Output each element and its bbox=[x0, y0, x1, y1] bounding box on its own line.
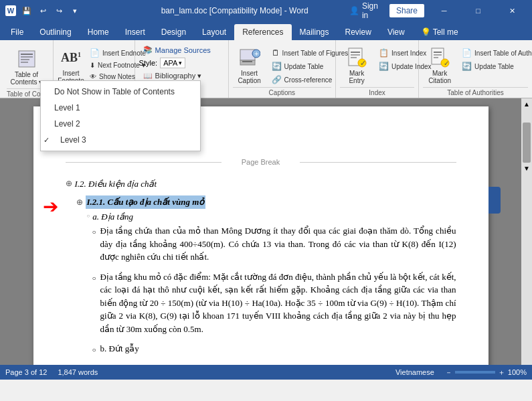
side-tab[interactable] bbox=[489, 187, 501, 214]
captions-body: + Insert Caption 🗒 Insert Table of Figur… bbox=[233, 42, 331, 87]
style-dropdown[interactable]: APA ▾ bbox=[160, 58, 185, 68]
customize-qat-button[interactable]: ▾ bbox=[68, 4, 82, 17]
xref-label: Cross-reference bbox=[284, 76, 333, 84]
zoom-percent: 100% bbox=[508, 368, 527, 376]
endnote-icon: 📄 bbox=[90, 48, 100, 58]
tell-me-icon: 💡 bbox=[421, 27, 431, 37]
scroll-down-button[interactable]: ▼ bbox=[521, 163, 532, 173]
insert-toa-label: Insert Table of Authorities bbox=[474, 50, 532, 57]
tab-design[interactable]: Design bbox=[153, 24, 194, 40]
red-arrow-icon: ➔ bbox=[43, 193, 58, 221]
tab-view[interactable]: View bbox=[379, 24, 413, 40]
scroll-up-button[interactable]: ▲ bbox=[521, 98, 532, 109]
toc-dropdown-menu: Do Not Show in Table of Contents Level 1… bbox=[40, 80, 201, 151]
manage-sources-icon: 📚 bbox=[143, 46, 153, 54]
index-group: ✓ Mark Entry 📋 Insert Index 🔄 Update Ind… bbox=[336, 40, 419, 98]
vertical-scrollbar[interactable]: ▲ ▼ bbox=[521, 98, 532, 365]
titlebar-left: W 💾 ↩ ↪ ▾ bbox=[5, 4, 120, 17]
mark-entry-button[interactable]: ✓ Mark Entry bbox=[340, 44, 373, 87]
zoom-in-icon[interactable]: ＋ bbox=[498, 368, 505, 378]
xref-icon: 🔗 bbox=[272, 75, 282, 84]
update-idx-icon: 🔄 bbox=[379, 62, 389, 71]
page-break: Page Break bbox=[66, 157, 456, 168]
level3-label: Level 3 bbox=[60, 135, 86, 145]
insert-idx-icon: 📋 bbox=[379, 48, 389, 58]
next-fn-icon: ⬇ bbox=[90, 62, 95, 69]
close-button[interactable]: ✕ bbox=[498, 0, 527, 21]
update-toa-icon: 🔄 bbox=[462, 62, 472, 71]
sign-in-button[interactable]: 👤 Sign in bbox=[349, 1, 384, 20]
titlebar: W 💾 ↩ ↪ ▾ ban_lam.doc [Compatibility Mod… bbox=[0, 0, 532, 21]
doc-bullet-list: ○ Địa tầng chứa than của mỏ than Mông Dư… bbox=[92, 224, 456, 358]
page-info: Page 3 of 12 bbox=[5, 368, 47, 376]
tab-outlining[interactable]: Outlining bbox=[31, 24, 79, 40]
manage-sources-label: Manage Sources bbox=[155, 46, 211, 54]
show-notes-label: Show Notes bbox=[99, 73, 135, 80]
insert-caption-label: Insert Caption bbox=[237, 70, 262, 84]
para-3: b. Đứt gẫy bbox=[100, 342, 139, 355]
insert-toa-button[interactable]: 📄 Insert Table of Authorities bbox=[458, 47, 532, 59]
para-2: Địa tầng khu mỏ có đặc điểm: Mặt cắt tườ… bbox=[100, 270, 456, 336]
zoom-controls[interactable]: － ＋ 100% bbox=[445, 368, 527, 378]
section-12: ⊕ I.2. Điều kiện địa chất bbox=[66, 173, 456, 195]
para-1: Địa tầng chứa than của mỏ than Mông Dươn… bbox=[100, 224, 456, 264]
captions-group-label: Captions bbox=[233, 87, 331, 96]
style-value: APA bbox=[163, 59, 177, 67]
section-a: ○ a. Địa tầng bbox=[87, 210, 456, 224]
ribbon-tabs: File Outlining Home Insert Design Layout… bbox=[0, 21, 532, 40]
tab-tell-me[interactable]: 💡 Tell me bbox=[413, 24, 466, 40]
maximize-button[interactable]: □ bbox=[464, 0, 493, 21]
section-121: ➔ ⊕ I.2.1. Cấu tạo địa chất vùng mỏ bbox=[76, 195, 456, 209]
tab-references[interactable]: References bbox=[234, 24, 291, 40]
level1-label: Level 1 bbox=[54, 103, 80, 112]
expand-icon-12[interactable]: ⊕ bbox=[66, 177, 72, 189]
dropdown-item-level1[interactable]: Level 1 bbox=[41, 100, 200, 116]
mark-citation-icon: ✓ bbox=[429, 47, 450, 68]
bullet-icon-2: ○ bbox=[92, 273, 96, 283]
scrollbar-thumb[interactable] bbox=[523, 123, 531, 163]
ribbon: Table ofContents ▾ Table of Co... AB1 bbox=[0, 40, 532, 98]
footnote-icon: AB1 bbox=[60, 47, 82, 68]
redo-button[interactable]: ↪ bbox=[52, 4, 66, 17]
no-show-label: Do Not Show in Table of Contents bbox=[54, 87, 175, 96]
insert-toa-icon: 📄 bbox=[462, 48, 472, 58]
manage-sources-button[interactable]: 📚 Manage Sources bbox=[139, 44, 215, 56]
toc-btn-label: Table ofContents ▾ bbox=[11, 71, 43, 86]
update-toa-button[interactable]: 🔄 Update Table bbox=[458, 60, 532, 72]
word-count: 1,847 words bbox=[58, 368, 98, 376]
tab-home[interactable]: Home bbox=[80, 24, 117, 40]
dropdown-item-level2[interactable]: Level 2 bbox=[41, 116, 200, 132]
tab-layout[interactable]: Layout bbox=[194, 24, 234, 40]
svg-rect-10 bbox=[240, 60, 255, 65]
svg-text:✓: ✓ bbox=[444, 60, 449, 67]
tab-file[interactable]: File bbox=[3, 24, 31, 40]
save-button[interactable]: 💾 bbox=[20, 4, 33, 17]
toa-body: ✓ Mark Citation 📄 Insert Table of Author… bbox=[423, 42, 528, 87]
quick-access-toolbar: 💾 ↩ ↪ ▾ bbox=[20, 4, 82, 17]
tab-mailings[interactable]: Mailings bbox=[292, 24, 337, 40]
mark-citation-button[interactable]: ✓ Mark Citation bbox=[423, 44, 456, 87]
section-a-label: a. Địa tầng bbox=[92, 210, 133, 224]
dropdown-item-no-show[interactable]: Do Not Show in Table of Contents bbox=[41, 84, 200, 100]
tab-review[interactable]: Review bbox=[337, 24, 379, 40]
minimize-button[interactable]: ─ bbox=[430, 0, 458, 21]
style-label: Style: bbox=[139, 59, 158, 67]
red-arrow-container: ➔ bbox=[43, 193, 58, 221]
tab-insert[interactable]: Insert bbox=[117, 24, 153, 40]
update-label: Update Table bbox=[284, 63, 324, 70]
insert-caption-button[interactable]: + Insert Caption bbox=[233, 44, 266, 87]
dropdown-item-level3[interactable]: Level 3 bbox=[41, 132, 200, 148]
svg-text:✓: ✓ bbox=[360, 59, 366, 67]
word-icon: W bbox=[5, 5, 16, 16]
show-notes-icon: 👁 bbox=[90, 73, 96, 80]
bullet-item-3: ○ b. Đứt gẫy bbox=[92, 342, 456, 358]
bibliography-label: Bibliography ▾ bbox=[155, 72, 202, 80]
style-dropdown-chevron: ▾ bbox=[179, 60, 182, 66]
share-button[interactable]: Share bbox=[389, 4, 424, 17]
titlebar-right: 👤 Sign in Share ─ □ ✕ bbox=[349, 0, 527, 21]
zoom-slider[interactable] bbox=[455, 371, 495, 374]
undo-button[interactable]: ↩ bbox=[36, 4, 50, 17]
zoom-out-icon[interactable]: － bbox=[445, 368, 452, 378]
section-121-label: I.2.1. Cấu tạo địa chất vùng mỏ bbox=[86, 195, 206, 209]
expand-icon-121[interactable]: ⊕ bbox=[76, 196, 83, 208]
